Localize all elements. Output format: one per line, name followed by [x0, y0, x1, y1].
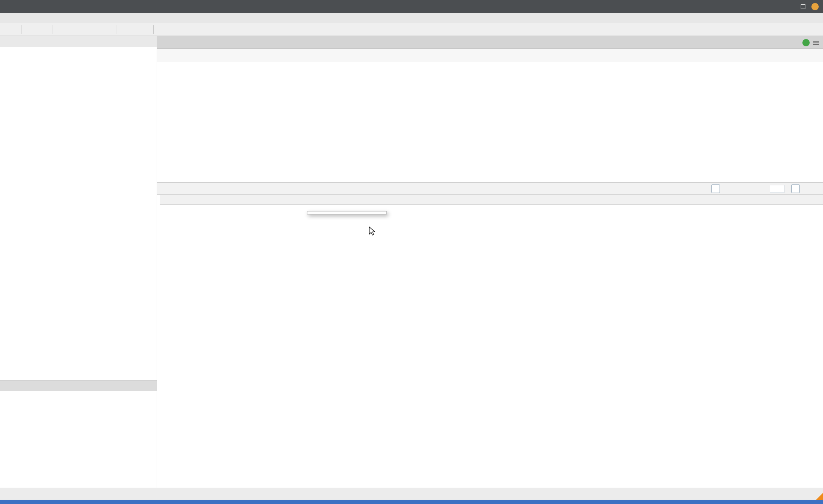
main-toolbar: [0, 23, 823, 36]
explain-button[interactable]: [742, 53, 749, 58]
toolbar-separator: [52, 25, 52, 34]
connection-tree-header: [0, 36, 157, 47]
new-tab-button[interactable]: [802, 39, 810, 46]
my-queries-root[interactable]: [3, 394, 153, 402]
schema-icon: [190, 26, 196, 33]
bookmark-icon[interactable]: [719, 53, 724, 58]
speech-bubble-icon: [803, 491, 809, 497]
visualize-button[interactable]: [650, 186, 657, 192]
maximize-button[interactable]: [801, 4, 805, 9]
magic-wand-icon[interactable]: [767, 53, 772, 58]
edit-document-button[interactable]: [692, 186, 698, 192]
monitoring-icon: [158, 26, 165, 33]
last-page-button[interactable]: [753, 186, 759, 192]
export-results-button[interactable]: [680, 186, 688, 192]
find-in-results-button[interactable]: [660, 186, 667, 192]
code-button[interactable]: [754, 53, 762, 58]
toolbar-separator: [81, 25, 81, 34]
monitoring-button[interactable]: [155, 25, 172, 34]
connect-button[interactable]: [3, 25, 19, 34]
main-area: [157, 36, 823, 488]
magnifier-icon: [729, 53, 735, 58]
sql-icon: [70, 26, 76, 33]
sql-query-button[interactable]: [67, 25, 79, 34]
stop-icon: [103, 26, 109, 33]
star-icon: [788, 53, 794, 58]
feedback-button[interactable]: [803, 491, 811, 497]
title-bar: [0, 0, 823, 13]
window-controls: [795, 0, 819, 13]
folder-icon: [11, 395, 17, 401]
query-table-button[interactable]: [54, 25, 67, 34]
favorites-menu-button[interactable]: [788, 53, 796, 58]
query-editor[interactable]: [157, 62, 823, 182]
database-icon: [161, 53, 167, 58]
breadcrumb-database[interactable]: [178, 53, 188, 58]
breadcrumb-bar: [157, 49, 823, 62]
results-grid: [157, 195, 823, 488]
lightbulb-icon: [14, 404, 19, 410]
open-folder-icon: [26, 26, 33, 33]
code-icon: [754, 53, 760, 58]
lightning-icon: [185, 186, 191, 192]
sidebar: [0, 36, 157, 488]
toolbar-separator: [153, 25, 154, 34]
connect-icon: [6, 26, 12, 33]
view-mode-select[interactable]: [791, 184, 800, 193]
context-menu: [307, 211, 387, 214]
clock-icon: [173, 186, 179, 192]
app-window: [0, 0, 823, 504]
log-icon: [788, 491, 793, 497]
results-panel: [157, 183, 823, 488]
desktop-edge: [0, 500, 823, 504]
save-icon: [41, 26, 47, 33]
clear-results-button[interactable]: [702, 186, 708, 192]
my-queries-panel: [0, 391, 157, 488]
save-button[interactable]: [38, 25, 50, 34]
close-button[interactable]: [811, 3, 819, 10]
run-button[interactable]: [83, 25, 100, 34]
query-builder-button[interactable]: [729, 53, 737, 58]
import-icon: [121, 26, 128, 33]
my-queries-hint: [3, 402, 153, 411]
document-tab-bar: [157, 36, 823, 49]
previous-page-button[interactable]: [733, 186, 740, 192]
test-data-button[interactable]: [172, 25, 187, 34]
first-page-button[interactable]: [723, 186, 730, 192]
page-size-select[interactable]: [711, 184, 720, 193]
test-data-icon: [175, 26, 182, 33]
collection-icon: [161, 186, 166, 192]
tab-list-icon[interactable]: [813, 41, 819, 45]
resize-grip[interactable]: [816, 493, 823, 500]
next-page-button[interactable]: [743, 186, 750, 192]
status-bar: [0, 488, 823, 500]
export-icon: [138, 26, 144, 33]
results-toolbar: [157, 183, 823, 195]
schema-button[interactable]: [187, 25, 201, 34]
search-icon[interactable]: [144, 39, 150, 44]
settings-menu-button[interactable]: [803, 186, 811, 192]
lightning-icon: [742, 53, 747, 58]
open-button[interactable]: [23, 25, 38, 34]
stop-button[interactable]: [100, 25, 114, 34]
panel-toggle-icon[interactable]: [814, 186, 820, 192]
collection-icon: [178, 53, 184, 58]
image-preview-button[interactable]: [670, 186, 677, 192]
page-number-input[interactable]: [770, 185, 784, 193]
menu-bar: [0, 13, 823, 23]
import-button[interactable]: [118, 25, 135, 34]
globe-menu-button[interactable]: [801, 53, 808, 58]
panel-layout-icon[interactable]: [813, 53, 819, 58]
show-log-button[interactable]: [788, 491, 796, 497]
export-icon: [680, 186, 686, 192]
gear-globe-icon: [803, 186, 809, 192]
table-icon: [57, 26, 64, 33]
export-button[interactable]: [135, 25, 152, 34]
toolbar-separator: [116, 25, 116, 34]
favorite-star-icon[interactable]: [777, 53, 783, 58]
grid-header-row: [160, 195, 823, 205]
breadcrumb-connection[interactable]: [161, 53, 171, 58]
run-icon: [86, 26, 92, 33]
globe-icon: [801, 53, 806, 58]
connection-tree: [0, 47, 157, 380]
